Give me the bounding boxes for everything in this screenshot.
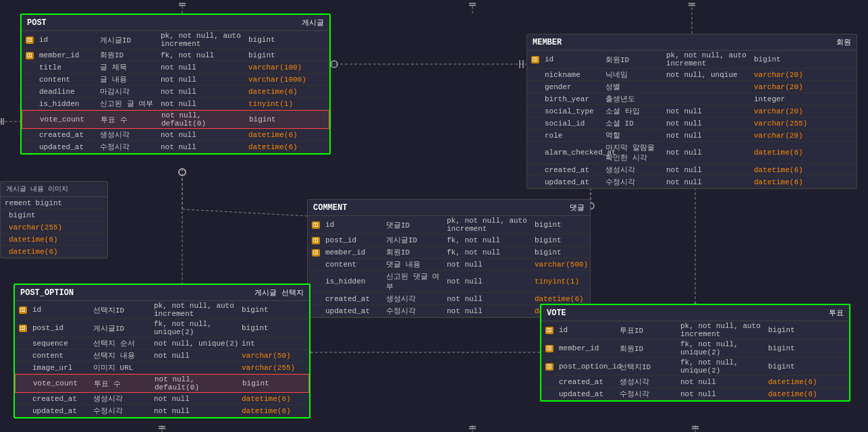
column-type: bigint <box>535 221 562 229</box>
column-type: varchar(500) <box>535 261 588 269</box>
pk-fk-icon: ⚿ <box>531 55 542 63</box>
table-row: alarm_checked_at마지막 알람을 확인한 시각not nullda… <box>527 142 857 164</box>
table-row: ⚿id투표IDpk, not null, auto incrementbigin… <box>541 321 849 340</box>
comment-table-header: COMMENT 댓글 <box>308 200 590 216</box>
column-comment: 수정시각 <box>620 389 680 399</box>
column-name: member_id <box>39 51 100 59</box>
column-type: datetime(6) <box>9 236 58 244</box>
column-constraint: not null <box>666 107 754 115</box>
column-comment: 생성시각 <box>386 294 447 304</box>
column-constraint: fk, not null, unique(2) <box>680 358 768 375</box>
column-comment: 생성시각 <box>620 377 680 387</box>
table-row: is_hidden신고된 댓글 여부not nulltinyint(1) <box>308 271 590 293</box>
column-comment: 소셜 ID <box>605 118 666 128</box>
column-constraint: fk, not null <box>447 236 535 244</box>
column-comment: 게시글ID <box>100 35 161 45</box>
column-comment: 회원ID <box>386 247 447 257</box>
column-type: varchar(255) <box>754 119 807 128</box>
column-name: created_at <box>559 378 620 386</box>
column-type: varchar(20) <box>754 71 803 79</box>
column-constraint: fk, not null <box>161 51 248 59</box>
column-comment: 소셜 타입 <box>605 106 666 116</box>
column-type: bigint <box>242 306 269 314</box>
pk-fk-icon: ⚿ <box>312 221 323 229</box>
table-row: vote_count투표 수not null, default(0)bigint <box>15 374 309 393</box>
column-comment: 선택지ID <box>620 362 680 372</box>
column-name: social_id <box>545 119 605 128</box>
table-row: ⚿post_id게시글IDfk, not nullbigint <box>308 234 590 246</box>
column-name: created_at <box>545 166 605 174</box>
column-comment: 글 내용 <box>100 74 161 84</box>
pk-fk-icon: ⚿ <box>19 324 30 332</box>
column-type: varchar(255) <box>9 223 62 232</box>
column-name: content <box>39 76 100 84</box>
column-type: datetime(6) <box>535 295 584 303</box>
column-comment: 마감시각 <box>100 86 161 97</box>
column-constraint: not null <box>161 88 248 96</box>
column-constraint: not null <box>666 148 754 157</box>
member-table-name: MEMBER <box>533 38 562 47</box>
column-constraint: not null <box>666 132 754 140</box>
column-type: bigint <box>242 324 269 332</box>
column-name: member_id <box>559 344 620 352</box>
column-comment: 생성시각 <box>93 394 154 404</box>
member-table-header: MEMBER 회원 <box>527 34 857 51</box>
column-type: bigint <box>768 344 795 352</box>
table-row: created_at생성시각not nulldatetime(6) <box>541 376 849 388</box>
column-comment: 역할 <box>605 130 666 140</box>
column-type: tinyint(1) <box>248 100 293 108</box>
column-name: title <box>39 63 100 72</box>
column-name: id <box>39 36 100 44</box>
column-comment: 투표 수 <box>94 379 155 389</box>
column-constraint: not null <box>161 143 248 151</box>
column-name: image_url <box>32 364 93 372</box>
table-row: updated_at수정시각not nulldatetime(6) <box>15 405 309 417</box>
pk-fk-icon: ⚿ <box>545 362 556 371</box>
column-constraint: not null <box>447 261 535 269</box>
post-table-header: POST 게시글 <box>22 15 329 31</box>
column-name: id <box>545 55 605 63</box>
column-name: social_type <box>545 107 605 115</box>
column-name: birth_year <box>545 95 605 103</box>
column-type: varchar(20) <box>754 83 803 91</box>
post-table-name: POST <box>27 18 47 28</box>
svg-point-8 <box>179 169 186 176</box>
column-comment: 게시글ID <box>93 323 154 333</box>
column-comment: 선택지ID <box>93 305 154 315</box>
column-type: bigint <box>249 115 276 124</box>
table-row: social_id소셜 IDnot nullvarchar(255) <box>527 117 857 130</box>
column-name: is_hidden <box>39 100 100 108</box>
vote-table-header: VOTE 투표 <box>541 305 849 321</box>
table-row: updated_at수정시각not nulldatetime(6) <box>541 388 849 400</box>
post-option-table: POST_OPTION 게시글 선택지 ⚿id선택지IDpk, not null… <box>13 284 310 418</box>
pk-fk-icon: ⚿ <box>26 51 36 59</box>
column-name: post_option_id <box>559 362 620 371</box>
column-constraint: not null <box>154 407 242 415</box>
column-name: content <box>32 352 93 360</box>
column-comment: 회원ID <box>620 344 680 354</box>
table-row: ⚿member_id회원IDfk, not null, unique(2)big… <box>541 340 849 358</box>
table-row: ⚿post_id게시글IDfk, not null, unique(2)bigi… <box>15 319 309 338</box>
table-row: gender성별varchar(20) <box>527 81 857 93</box>
column-comment: 생성시각 <box>605 165 666 175</box>
column-constraint: not null <box>161 131 248 139</box>
column-type: bigint <box>535 248 562 256</box>
post-table-comment: 게시글 <box>302 18 324 28</box>
table-row: updated_at수정시각not nulldatetime(6) <box>527 176 857 188</box>
column-constraint: pk, not null, auto increment <box>680 322 768 338</box>
column-comment: 생성시각 <box>100 130 161 140</box>
vote-table-comment: 투표 <box>829 308 844 318</box>
comment-table: COMMENT 댓글 ⚿id댓글IDpk, not null, auto inc… <box>307 199 591 318</box>
table-row: title글 제목not nullvarchar(100) <box>22 61 329 74</box>
table-row: content댓글 내용not nullvarchar(500) <box>308 259 590 271</box>
column-comment: 게시글ID <box>386 235 447 245</box>
column-name: updated_at <box>32 407 93 415</box>
table-row: ⚿post_option_id선택지IDfk, not null, unique… <box>541 358 849 376</box>
column-type: datetime(6) <box>754 166 803 174</box>
column-type: tinyint(1) <box>535 277 579 286</box>
partial-table: 게시글 내용 이미지 rementbigintbigintvarchar(255… <box>0 181 108 259</box>
column-type: varchar(255) <box>242 364 295 372</box>
table-row: updated_at수정시각not nulldatetime(6) <box>22 141 329 153</box>
column-type: bigint <box>248 51 275 59</box>
column-constraint: not null <box>161 63 248 72</box>
